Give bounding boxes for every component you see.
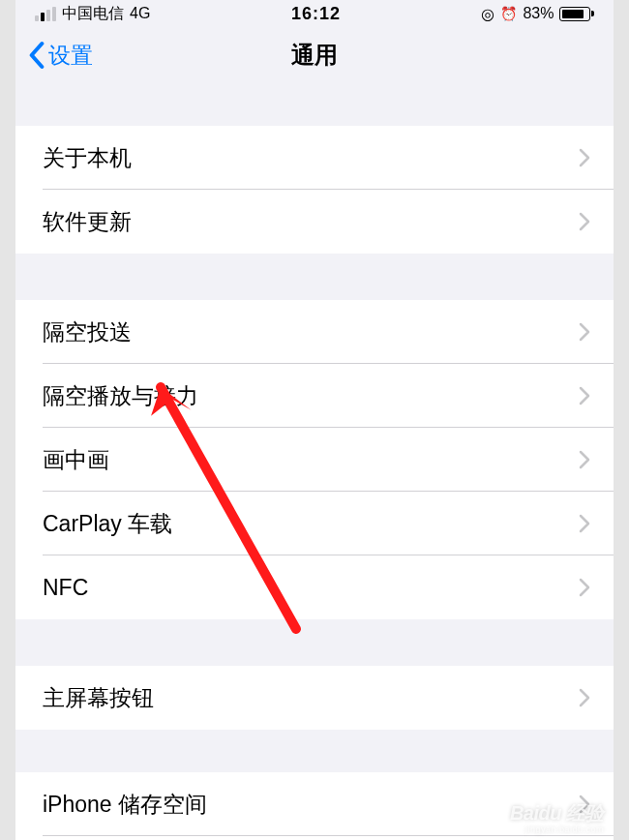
group-home-button: 主屏幕按钮 bbox=[15, 666, 614, 730]
chevron-right-icon bbox=[579, 322, 590, 342]
general-settings-screen: 中国电信 4G 16:12 ◎ ⏰ 83% 设置 通用 关于本机 bbox=[15, 0, 614, 840]
chevron-left-icon bbox=[29, 41, 45, 70]
row-label: NFC bbox=[43, 575, 88, 601]
row-label: 隔空投送 bbox=[43, 317, 132, 347]
group-about: 关于本机 软件更新 bbox=[15, 126, 614, 254]
nav-bar: 设置 通用 bbox=[15, 27, 614, 83]
chevron-right-icon bbox=[579, 386, 590, 405]
compass-icon: ◎ bbox=[481, 5, 494, 23]
row-label: 主屏幕按钮 bbox=[43, 683, 154, 713]
row-carplay[interactable]: CarPlay 车载 bbox=[15, 492, 614, 555]
row-picture-in-picture[interactable]: 画中画 bbox=[15, 428, 614, 492]
chevron-right-icon bbox=[579, 578, 590, 597]
back-label: 设置 bbox=[48, 41, 93, 71]
chevron-right-icon bbox=[579, 688, 590, 707]
row-airplay-handoff[interactable]: 隔空播放与接力 bbox=[15, 364, 614, 428]
network-label: 4G bbox=[130, 5, 150, 22]
status-right: ◎ ⏰ 83% bbox=[481, 5, 594, 23]
status-bar: 中国电信 4G 16:12 ◎ ⏰ 83% bbox=[15, 0, 614, 27]
row-about[interactable]: 关于本机 bbox=[15, 126, 614, 190]
back-button[interactable]: 设置 bbox=[29, 41, 93, 71]
row-airdrop[interactable]: 隔空投送 bbox=[15, 300, 614, 364]
watermark-main: Baidu 经验 bbox=[510, 802, 604, 824]
status-left: 中国电信 4G bbox=[35, 4, 150, 24]
chevron-right-icon bbox=[579, 450, 590, 469]
signal-icon bbox=[35, 7, 56, 21]
chevron-right-icon bbox=[579, 148, 590, 167]
row-label: 画中画 bbox=[43, 445, 109, 475]
row-software-update[interactable]: 软件更新 bbox=[15, 190, 614, 254]
row-label: iPhone 储存空间 bbox=[43, 790, 207, 820]
scroll-area[interactable]: 关于本机 软件更新 隔空投送 隔空播放与接力 画中画 CarPlay bbox=[15, 83, 614, 840]
status-time: 16:12 bbox=[291, 4, 341, 24]
row-label: CarPlay 车载 bbox=[43, 509, 172, 539]
battery-percent: 83% bbox=[523, 5, 554, 22]
row-label: 软件更新 bbox=[43, 207, 132, 237]
chevron-right-icon bbox=[579, 514, 590, 533]
alarm-icon: ⏰ bbox=[500, 6, 517, 21]
watermark-sub: jingyan.baidu.com bbox=[510, 825, 604, 834]
watermark: Baidu 经验 jingyan.baidu.com bbox=[510, 800, 604, 834]
carrier-label: 中国电信 bbox=[62, 4, 124, 24]
group-connectivity: 隔空投送 隔空播放与接力 画中画 CarPlay 车载 NFC bbox=[15, 300, 614, 619]
row-label: 关于本机 bbox=[43, 143, 132, 173]
row-background-app-refresh[interactable]: 后台App刷新 bbox=[15, 836, 614, 840]
battery-icon bbox=[559, 7, 594, 21]
chevron-right-icon bbox=[579, 212, 590, 231]
row-home-button[interactable]: 主屏幕按钮 bbox=[15, 666, 614, 730]
row-nfc[interactable]: NFC bbox=[15, 555, 614, 619]
page-title: 通用 bbox=[291, 40, 338, 71]
row-label: 隔空播放与接力 bbox=[43, 381, 198, 411]
